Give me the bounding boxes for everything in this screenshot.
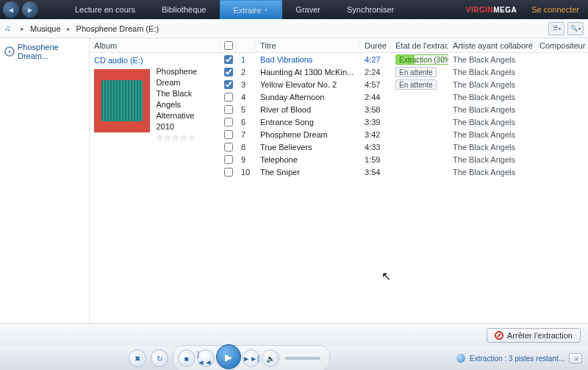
track-number: 9 xyxy=(237,155,256,164)
track-row[interactable]: 8True Believers4:33The Black Angels xyxy=(220,140,588,153)
col-check[interactable] xyxy=(220,38,237,52)
track-number: 5 xyxy=(237,105,256,114)
status-badge: Extraction (30%) xyxy=(395,54,448,65)
mute-button[interactable]: 🔈 xyxy=(262,349,279,367)
track-row[interactable]: 9Telephone1:59The Black Angels xyxy=(220,153,588,166)
main-area: Phosphene Dream... Album Titre Durée Éta… xyxy=(0,38,588,323)
check-all[interactable] xyxy=(224,41,233,50)
stop-rip-label: Arrêter l'extraction xyxy=(507,331,573,340)
album-genre: Alternative xyxy=(156,110,216,121)
track-checkbox[interactable] xyxy=(224,168,233,177)
action-bar: Arrêter l'extraction xyxy=(0,323,588,346)
col-album[interactable]: Album xyxy=(90,38,220,52)
sidebar: Phosphene Dream... xyxy=(0,38,90,323)
stop-rip-button[interactable]: Arrêter l'extraction xyxy=(487,328,581,343)
track-number: 8 xyxy=(237,143,256,152)
track-title: Sunday Afternoon xyxy=(256,93,360,102)
track-checkbox[interactable] xyxy=(224,143,233,152)
column-headers: Album Titre Durée État de l'extrac... Ar… xyxy=(90,38,588,53)
track-checkbox[interactable] xyxy=(224,93,233,102)
status-badge: En attente xyxy=(395,79,437,90)
track-title: Yellow Elevator No. 2 xyxy=(256,80,360,89)
search-button[interactable]: 🔍▾ xyxy=(567,22,584,35)
col-status[interactable]: État de l'extrac... xyxy=(391,38,448,52)
crumb-chevron[interactable]: ▸ xyxy=(21,25,24,32)
track-row[interactable]: 6Entrance Song3:39The Black Angels xyxy=(220,115,588,128)
track-checkbox[interactable] xyxy=(224,105,233,114)
store-brand[interactable]: VIRGINMEGA xyxy=(466,6,517,14)
crumb-chevron[interactable]: ▸ xyxy=(67,25,71,32)
view-options: ☰▾ 🔍▾ xyxy=(548,22,584,35)
sidebar-item-cd[interactable]: Phosphene Dream... xyxy=(0,41,89,62)
track-duration: 2:44 xyxy=(360,93,391,102)
track-checkbox[interactable] xyxy=(224,118,233,127)
tab-now-playing[interactable]: Lecture en cours xyxy=(62,0,148,19)
play-button[interactable]: ▶ xyxy=(216,344,241,369)
repeat-button[interactable]: ↻ xyxy=(151,349,168,367)
stop-button[interactable]: ■ xyxy=(178,349,196,367)
view-mode-button[interactable]: ☰▾ xyxy=(548,22,564,35)
prev-button[interactable]: |◄◄ xyxy=(197,349,215,367)
sign-in-link[interactable]: Se connecter xyxy=(531,5,579,14)
track-title: Haunting At 1300 McKin... xyxy=(256,68,360,77)
track-row[interactable]: 7Phosphene Dream3:42The Black Angels xyxy=(220,128,588,140)
next-button[interactable]: ►►| xyxy=(243,349,260,367)
track-artist: The Black Angels xyxy=(448,80,535,89)
shuffle-button[interactable]: ✖ xyxy=(129,349,146,367)
tab-burn[interactable]: Graver xyxy=(282,0,334,19)
col-composer[interactable]: Compositeur xyxy=(535,38,588,52)
crumb-leaf[interactable]: Phosphene Dream (E:) xyxy=(76,24,159,33)
status-badge: En attente xyxy=(395,67,437,77)
track-number: 2 xyxy=(237,68,256,77)
track-row[interactable]: 4Sunday Afternoon2:44The Black Angels xyxy=(220,90,588,103)
track-row[interactable]: 3Yellow Elevator No. 24:57En attenteThe … xyxy=(220,78,588,90)
track-number: 4 xyxy=(237,93,256,102)
globe-icon xyxy=(456,354,465,363)
album-year: 2010 xyxy=(156,121,216,132)
cd-link[interactable]: CD audio (E:) xyxy=(94,56,216,65)
track-row[interactable]: 5River of Blood3:58The Black Angels xyxy=(220,103,588,115)
chevron-down-icon: ▼ xyxy=(263,7,268,13)
tab-sync[interactable]: Synchroniser xyxy=(334,0,407,19)
tab-rip[interactable]: Extraire▼ xyxy=(220,0,283,19)
status-right: Extraction : 3 pistes restant... ⇲ xyxy=(456,353,582,363)
track-title: True Believers xyxy=(256,143,360,152)
transport-group: ■ |◄◄ ▶ ►►| 🔈 xyxy=(173,345,330,370)
svg-point-1 xyxy=(9,51,11,53)
col-title[interactable]: Titre xyxy=(256,38,360,52)
track-row[interactable]: 10The Sniper3:54The Black Angels xyxy=(220,166,588,178)
top-nav: ◄ ► Lecture en cours Bibliothèque Extrai… xyxy=(0,0,588,19)
track-duration: 3:42 xyxy=(360,130,391,139)
track-artist: The Black Angels xyxy=(448,168,535,177)
album-art[interactable] xyxy=(94,69,150,132)
track-number: 3 xyxy=(237,80,256,89)
main-tabs: Lecture en cours Bibliothèque Extraire▼ … xyxy=(62,0,407,19)
track-artist: The Black Angels xyxy=(448,68,535,77)
track-status: Extraction (30%) xyxy=(391,54,448,65)
col-artist[interactable]: Artiste ayant collaboré xyxy=(448,38,535,52)
track-title: Telephone xyxy=(256,155,360,164)
track-checkbox[interactable] xyxy=(224,130,233,139)
track-row[interactable]: 1Bad Vibrations4:27Extraction (30%)The B… xyxy=(220,53,588,65)
track-row[interactable]: 2Haunting At 1300 McKin...2:24En attente… xyxy=(220,65,588,78)
back-button[interactable]: ◄ xyxy=(3,1,19,18)
track-artist: The Black Angels xyxy=(448,93,535,102)
tab-library[interactable]: Bibliothèque xyxy=(148,0,220,19)
mini-mode-button[interactable]: ⇲ xyxy=(569,353,582,363)
col-number[interactable] xyxy=(237,38,256,52)
track-title: Entrance Song xyxy=(256,118,360,127)
player-bar: ✖ ↻ ■ |◄◄ ▶ ►►| 🔈 Extraction : 3 pistes … xyxy=(0,346,588,370)
forward-button[interactable]: ► xyxy=(22,1,38,18)
crumb-root[interactable]: Musique xyxy=(30,24,61,33)
volume-slider[interactable] xyxy=(285,357,320,360)
track-duration: 3:39 xyxy=(360,118,391,127)
track-checkbox[interactable] xyxy=(224,80,233,89)
album-rating[interactable]: ☆☆☆☆☆ xyxy=(156,132,216,143)
col-duration[interactable]: Durée xyxy=(360,38,391,52)
track-checkbox[interactable] xyxy=(224,155,233,164)
track-title: Phosphene Dream xyxy=(256,130,360,139)
track-checkbox[interactable] xyxy=(224,55,233,64)
track-checkbox[interactable] xyxy=(224,68,233,77)
track-artist: The Black Angels xyxy=(448,143,535,152)
track-duration: 3:58 xyxy=(360,105,391,114)
